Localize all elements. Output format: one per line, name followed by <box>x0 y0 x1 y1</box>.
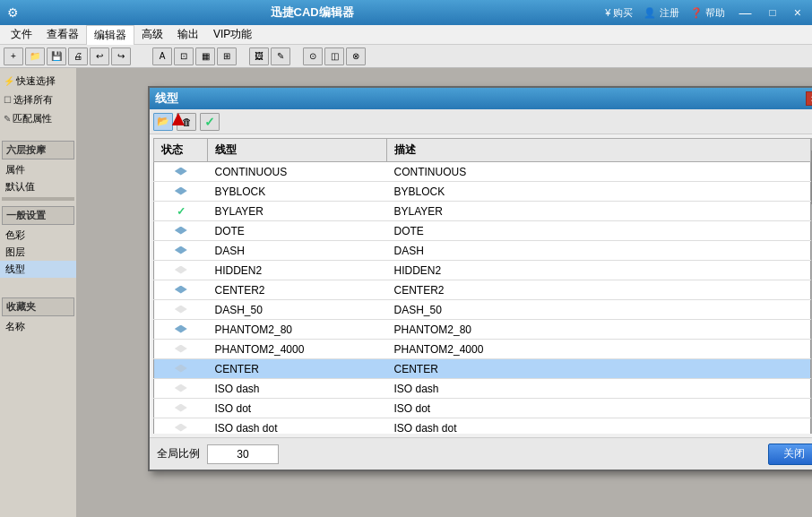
cell-description: ISO dash dot <box>387 418 811 435</box>
register-button[interactable]: 👤 注册 <box>644 6 678 20</box>
cell-description: BYBLOCK <box>387 182 811 202</box>
dialog-footer: 全局比例 关闭 <box>150 437 812 470</box>
status-diamond-icon <box>175 227 187 235</box>
toolbar-btn-13[interactable]: ⊙ <box>303 47 323 65</box>
help-button[interactable]: ❓ 帮助 <box>690 6 725 20</box>
dialog-overlay: 线型 × 📂 🗑 ✓ ▲ 状态 <box>76 68 812 517</box>
menu-editor[interactable]: 编辑器 <box>86 25 134 45</box>
cell-status: ✓ <box>154 202 208 221</box>
title-bar: ⚙ 迅捷CAD编辑器 ¥ 购买 👤 注册 ❓ 帮助 — □ × <box>0 0 812 25</box>
cell-linetype: DASH <box>208 241 387 261</box>
cell-status <box>154 261 208 280</box>
sidebar-item-attributes[interactable]: 属件 <box>0 161 76 178</box>
table-row[interactable]: CENTER2CENTER2 <box>154 280 811 300</box>
toolbar-btn-15[interactable]: ⊗ <box>346 47 366 65</box>
select-all-button[interactable]: ☐ 选择所有 <box>0 90 76 109</box>
toolbar-btn-4[interactable]: 🖨 <box>68 47 88 65</box>
menu-file[interactable]: 文件 <box>4 25 39 44</box>
status-empty-icon <box>175 306 187 314</box>
toolbar-btn-5[interactable]: ↩ <box>90 47 109 65</box>
cell-linetype: HIDDEN2 <box>208 261 387 280</box>
menu-bar: 文件 查看器 编辑器 高级 输出 VIP功能 <box>0 25 812 45</box>
cell-status <box>154 399 208 418</box>
status-empty-icon <box>175 345 187 353</box>
cell-status <box>154 182 208 202</box>
table-row[interactable]: ISO dotISO dot <box>154 399 811 418</box>
toolbar-btn-11[interactable]: 🖼 <box>249 47 269 65</box>
cell-linetype: DOTE <box>208 221 387 241</box>
cell-linetype: CENTER2 <box>208 280 387 300</box>
maximize-button[interactable]: □ <box>766 6 780 19</box>
table-row[interactable]: ISO dash dotISO dash dot <box>154 418 811 435</box>
col-header-linetype: 线型 <box>208 139 387 162</box>
cell-linetype: CONTINUOUS <box>208 162 387 182</box>
toolbar-btn-14[interactable]: ◫ <box>324 47 344 65</box>
table-row[interactable]: PHANTOM2_4000PHANTOM2_4000 <box>154 340 811 359</box>
table-row[interactable]: CENTERCENTER <box>154 359 811 379</box>
quick-select-icon: ⚡ <box>4 76 14 86</box>
sidebar-item-layer[interactable]: 图层 <box>0 244 76 261</box>
cell-description: HIDDEN2 <box>387 261 811 280</box>
table-row[interactable]: ✓BYLAYERBYLAYER <box>154 202 811 221</box>
sidebar-section-favorites: 收藏夹 <box>2 297 74 316</box>
cell-linetype: PHANTOM2_80 <box>208 320 387 340</box>
status-empty-icon <box>175 424 187 432</box>
table-row[interactable]: HIDDEN2HIDDEN2 <box>154 261 811 280</box>
toolbar-btn-2[interactable]: 📁 <box>25 47 45 65</box>
toolbar-btn-9[interactable]: ▦ <box>195 47 215 65</box>
menu-vip[interactable]: VIP功能 <box>206 25 259 44</box>
minimize-button[interactable]: — <box>736 5 756 20</box>
sidebar-section-layers: 六层按摩 <box>2 141 74 159</box>
cell-linetype: CENTER <box>208 359 387 379</box>
window-close-button[interactable]: × <box>790 5 805 20</box>
title-bar-controls: ¥ 购买 👤 注册 ❓ 帮助 — □ × <box>605 5 805 20</box>
dialog-close-button[interactable]: × <box>806 91 812 106</box>
confirm-button[interactable]: ✓ <box>200 113 220 131</box>
sidebar-item-name[interactable]: 名称 <box>0 318 76 335</box>
table-row[interactable]: BYBLOCKBYBLOCK <box>154 182 811 202</box>
match-properties-button[interactable]: ✎ 匹配属性 <box>0 109 76 128</box>
sidebar-item-color[interactable]: 色彩 <box>0 227 76 244</box>
cell-status <box>154 280 208 300</box>
toolbar-btn-12[interactable]: ✎ <box>271 47 290 65</box>
app-sidebar: ⚡ 快速选择 ☐ 选择所有 ✎ 匹配属性 六层按摩 属件 默认值 一般设置 色彩… <box>0 68 76 517</box>
table-row[interactable]: DASH_50DASH_50 <box>154 300 811 320</box>
toolbar-btn-7[interactable]: A <box>152 47 172 65</box>
cell-status <box>154 162 208 182</box>
table-row[interactable]: PHANTOM2_80PHANTOM2_80 <box>154 320 811 340</box>
sidebar-item-defaults[interactable]: 默认值 <box>0 178 76 195</box>
dialog-toolbar: 📂 🗑 ✓ ▲ <box>150 109 812 134</box>
toolbar-btn-3[interactable]: 💾 <box>47 47 66 65</box>
cell-linetype: ISO dash <box>208 379 387 399</box>
cell-linetype: ISO dash dot <box>208 418 387 435</box>
close-dialog-button[interactable]: 关闭 <box>768 444 812 465</box>
main-toolbar: + 📁 💾 🖨 ↩ ↪ A ⊡ ▦ ⊞ 🖼 ✎ ⊙ ◫ ⊗ <box>0 45 812 68</box>
cell-description: DASH_50 <box>387 300 811 320</box>
cell-linetype: DASH_50 <box>208 300 387 320</box>
table-row[interactable]: DASHDASH <box>154 241 811 261</box>
global-scale-input[interactable] <box>207 444 279 464</box>
linetype-table-wrapper: 状态 线型 描述 CONTINUOUSCONTINUOUSBYBLOCKBYBL… <box>153 138 812 434</box>
menu-output[interactable]: 输出 <box>170 25 206 44</box>
table-row[interactable]: CONTINUOUSCONTINUOUS <box>154 162 811 182</box>
quick-select-button[interactable]: ⚡ 快速选择 <box>0 72 76 90</box>
toolbar-btn-6[interactable]: ↪ <box>111 47 131 65</box>
toolbar-btn-8[interactable]: ⊡ <box>174 47 194 65</box>
menu-viewer[interactable]: 查看器 <box>39 25 86 44</box>
table-row[interactable]: DOTEDOTE <box>154 221 811 241</box>
status-diamond-icon <box>175 286 187 294</box>
menu-advanced[interactable]: 高级 <box>134 25 170 44</box>
dialog-titlebar: 线型 × <box>150 88 812 109</box>
table-row[interactable]: ISO dashISO dash <box>154 379 811 399</box>
buy-button[interactable]: ¥ 购买 <box>605 6 633 20</box>
cell-description: ISO dash <box>387 379 811 399</box>
cell-description: PHANTOM2_4000 <box>387 340 811 359</box>
select-all-icon: ☐ <box>4 95 12 105</box>
col-header-description: 描述 <box>387 139 811 162</box>
toolbar-btn-1[interactable]: + <box>4 47 23 65</box>
cell-status <box>154 300 208 320</box>
cell-description: ISO dot <box>387 399 811 418</box>
sidebar-item-linetype[interactable]: 线型 <box>0 261 76 278</box>
cell-description: BYLAYER <box>387 202 811 221</box>
toolbar-btn-10[interactable]: ⊞ <box>217 47 237 65</box>
